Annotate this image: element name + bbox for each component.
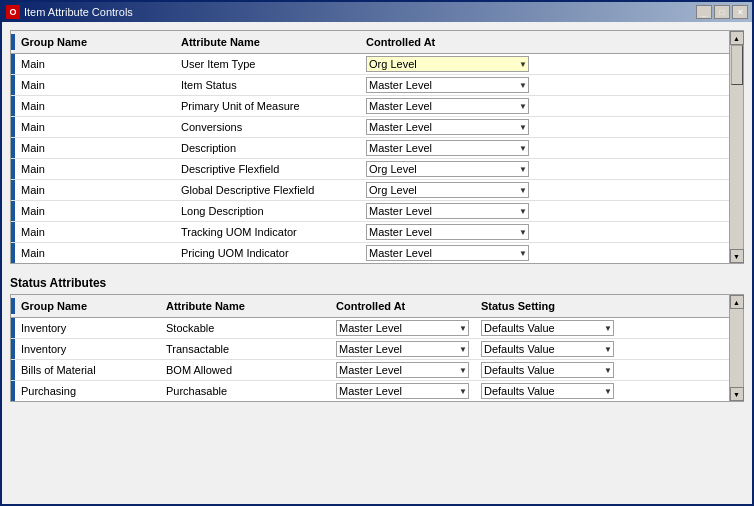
table-row: Main Conversions Master Level Org Level … [11, 117, 729, 138]
controlled-select-wrapper: Master Level Org Level ▼ [366, 203, 529, 219]
minimize-button[interactable]: _ [696, 5, 712, 19]
scroll-down-button[interactable]: ▼ [730, 249, 744, 263]
content-area: Group Name Attribute Name Controlled At … [2, 22, 752, 504]
table-row: Main Item Status Master Level Org Level … [11, 75, 729, 96]
status-setting-cell: Defaults Value Yes No ▼ [475, 381, 620, 401]
controlled-cell: Master Level Org Level ▼ [360, 138, 535, 158]
attribute-cell: User Item Type [175, 54, 360, 74]
status-controlled-cell: Master Level Org Level ▼ [330, 318, 475, 338]
status-select-wrapper: Defaults Value Yes No ▼ [481, 362, 614, 378]
top-table-header: Group Name Attribute Name Controlled At [11, 31, 729, 54]
controlled-at-select[interactable]: Org Level Master Level [366, 182, 529, 198]
controlled-at-select[interactable]: Master Level Org Level [366, 140, 529, 156]
window-title: Item Attribute Controls [24, 6, 133, 18]
controlled-cell: Master Level Org Level ▼ [360, 222, 535, 242]
status-attribute-cell: Purchasable [160, 381, 330, 401]
status-group-cell: Purchasing [15, 381, 160, 401]
table-row: Main Tracking UOM Indicator Master Level… [11, 222, 729, 243]
controlled-select-wrapper: Master Level Org Level ▼ [336, 320, 469, 336]
status-controlled-at-select[interactable]: Master Level Org Level [336, 383, 469, 399]
status-attribute-cell: BOM Allowed [160, 360, 330, 380]
scrollbar-track [731, 309, 743, 387]
status-header-controlled: Controlled At [330, 298, 475, 314]
controlled-cell: Master Level Org Level ▼ [360, 201, 535, 221]
controlled-select-wrapper: Master Level Org Level ▼ [366, 224, 529, 240]
group-cell: Main [15, 243, 175, 263]
table-row: Bills of Material BOM Allowed Master Lev… [11, 360, 729, 381]
status-setting-select[interactable]: Defaults Value Yes No [481, 320, 614, 336]
status-setting-select[interactable]: Defaults Value Yes No [481, 341, 614, 357]
table-row: Purchasing Purchasable Master Level Org … [11, 381, 729, 401]
top-table-container: Group Name Attribute Name Controlled At … [10, 30, 744, 264]
table-row: Main Pricing UOM Indicator Master Level … [11, 243, 729, 263]
table-row: Main Description Master Level Org Level … [11, 138, 729, 159]
status-group-cell: Inventory [15, 339, 160, 359]
status-group-cell: Inventory [15, 318, 160, 338]
status-setting-select[interactable]: Defaults Value Yes No [481, 383, 614, 399]
group-cell: Main [15, 75, 175, 95]
table-row: Main Long Description Master Level Org L… [11, 201, 729, 222]
scroll-up-button[interactable]: ▲ [730, 31, 744, 45]
scrollbar-thumb[interactable] [731, 45, 743, 85]
controlled-at-select[interactable]: Master Level Org Level [366, 245, 529, 261]
controlled-at-select[interactable]: Master Level Org Level [366, 224, 529, 240]
status-attribute-cell: Stockable [160, 318, 330, 338]
top-table-inner: Group Name Attribute Name Controlled At … [11, 31, 729, 263]
controlled-cell: Master Level Org Level ▼ [360, 243, 535, 263]
table-row: Main Primary Unit of Measure Master Leve… [11, 96, 729, 117]
status-header-group: Group Name [15, 298, 160, 314]
status-select-wrapper: Defaults Value Yes No ▼ [481, 320, 614, 336]
status-attribute-cell: Transactable [160, 339, 330, 359]
restore-button[interactable]: □ [714, 5, 730, 19]
title-bar-buttons: _ □ ✕ [696, 5, 748, 19]
scroll-down-button[interactable]: ▼ [730, 387, 744, 401]
attribute-cell: Pricing UOM Indicator [175, 243, 360, 263]
status-select-wrapper: Defaults Value Yes No ▼ [481, 383, 614, 399]
status-controlled-at-select[interactable]: Master Level Org Level [336, 320, 469, 336]
top-table-scrollbar[interactable]: ▲ ▼ [729, 31, 743, 263]
controlled-cell: Master Level Org Level ▼ [360, 117, 535, 137]
controlled-at-select[interactable]: Org Level Master Level [366, 56, 529, 72]
status-controlled-at-select[interactable]: Master Level Org Level [336, 341, 469, 357]
controlled-at-select[interactable]: Master Level Org Level [366, 77, 529, 93]
scroll-up-button[interactable]: ▲ [730, 295, 744, 309]
attribute-cell: Global Descriptive Flexfield [175, 180, 360, 200]
table-row: Main User Item Type Org Level Master Lev… [11, 54, 729, 75]
status-controlled-at-select[interactable]: Master Level Org Level [336, 362, 469, 378]
table-row: Inventory Stockable Master Level Org Lev… [11, 318, 729, 339]
controlled-cell: Org Level Master Level ▼ [360, 180, 535, 200]
status-controlled-cell: Master Level Org Level ▼ [330, 339, 475, 359]
attribute-cell: Item Status [175, 75, 360, 95]
status-setting-cell: Defaults Value Yes No ▼ [475, 360, 620, 380]
status-table-inner: Group Name Attribute Name Controlled At … [11, 295, 729, 401]
status-table-scrollbar[interactable]: ▲ ▼ [729, 295, 743, 401]
controlled-at-select[interactable]: Org Level Master Level [366, 161, 529, 177]
status-table-container: Group Name Attribute Name Controlled At … [10, 294, 744, 402]
table-row: Main Descriptive Flexfield Org Level Mas… [11, 159, 729, 180]
top-header-group: Group Name [15, 34, 175, 50]
status-select-wrapper: Defaults Value Yes No ▼ [481, 341, 614, 357]
close-button[interactable]: ✕ [732, 5, 748, 19]
status-setting-cell: Defaults Value Yes No ▼ [475, 339, 620, 359]
controlled-cell: Org Level Master Level ▼ [360, 159, 535, 179]
controlled-at-select[interactable]: Master Level Org Level [366, 98, 529, 114]
attribute-cell: Descriptive Flexfield [175, 159, 360, 179]
controlled-select-wrapper: Master Level Org Level ▼ [366, 119, 529, 135]
status-controlled-cell: Master Level Org Level ▼ [330, 360, 475, 380]
main-window: O Item Attribute Controls _ □ ✕ Group Na… [0, 0, 754, 506]
status-header-attribute: Attribute Name [160, 298, 330, 314]
controlled-select-wrapper: Master Level Org Level ▼ [366, 98, 529, 114]
group-cell: Main [15, 159, 175, 179]
window-icon: O [6, 5, 20, 19]
controlled-at-select[interactable]: Master Level Org Level [366, 119, 529, 135]
controlled-select-wrapper: Org Level Master Level ▼ [366, 56, 529, 72]
controlled-select-wrapper: Master Level Org Level ▼ [366, 77, 529, 93]
controlled-select-wrapper: Org Level Master Level ▼ [366, 161, 529, 177]
controlled-at-select[interactable]: Master Level Org Level [366, 203, 529, 219]
status-table-header: Group Name Attribute Name Controlled At … [11, 295, 729, 318]
controlled-select-wrapper: Master Level Org Level ▼ [336, 362, 469, 378]
status-setting-select[interactable]: Defaults Value Yes No [481, 362, 614, 378]
status-group-cell: Bills of Material [15, 360, 160, 380]
scrollbar-track [731, 45, 743, 249]
group-cell: Main [15, 180, 175, 200]
